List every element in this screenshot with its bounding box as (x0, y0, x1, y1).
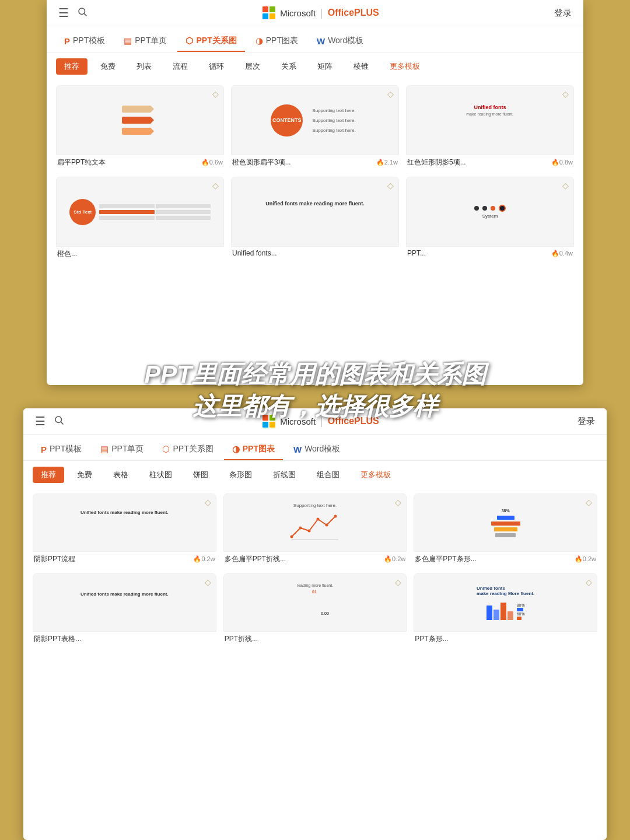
bottom-filter-bar-chart[interactable]: 柱状图 (141, 467, 180, 483)
template-card-3[interactable]: ◇ Unified fonts make reading more fluent… (406, 85, 574, 170)
navbar-logo: Microsoft | OfficePLUS (262, 6, 379, 19)
tab-ppt-template[interactable]: P PPT模板 (56, 31, 113, 52)
bottom-card-thumb-4: ◇ Unified fonts make reading more fluent… (33, 573, 216, 632)
template-card-5[interactable]: ◇ Unified fonts make reading more fluent… (231, 177, 399, 261)
template-card-1[interactable]: ◇ (56, 85, 224, 170)
bottom-card-title-3: 多色扁平PPT条形... (415, 554, 476, 564)
bottom-card-title-6: PPT条形... (415, 634, 448, 644)
filter-cycle[interactable]: 循环 (201, 58, 232, 75)
top-template-grid: ◇ (47, 80, 583, 268)
svg-point-6 (307, 530, 310, 533)
bottom-filter-recommend[interactable]: 推荐 (33, 467, 64, 483)
bottom-card-info-4: 阴影PPT表格... (33, 632, 216, 646)
filter-matrix[interactable]: 矩阵 (309, 58, 341, 75)
bottom-tab-ppt-template[interactable]: P PPT模板 (33, 439, 90, 460)
card-title-6: PPT... (407, 249, 426, 257)
flat-text-diagram (65, 86, 215, 155)
filter-free[interactable]: 免费 (92, 58, 124, 75)
bottom-card-info-5: PPT折线... (223, 632, 407, 646)
filter-list[interactable]: 列表 (128, 58, 160, 75)
bottom-tab-ppt-single[interactable]: ▤ PPT单页 (92, 439, 152, 460)
overlay-text: PPT里面经常用的图表和关系图 这里都有，选择很多样 (0, 359, 630, 422)
bottom-ppt-single-icon: ▤ (100, 444, 108, 454)
bottom-card-3[interactable]: ◇ 38% (414, 494, 597, 566)
svg-point-0 (79, 8, 85, 15)
bottom-card-1[interactable]: ◇ Unified fonts make reading more fluent… (33, 494, 216, 566)
card-title-2: 橙色圆形扁平3项... (232, 158, 291, 167)
top-screen: ☰ Microsoft | OfficePLUS 登录 P PPT模 (47, 0, 583, 385)
bottom-template-grid: ◇ Unified fonts make reading more fluent… (23, 489, 607, 653)
bottom-tab-ppt-relation-label: PPT关系图 (173, 444, 213, 454)
premium-icon-5: ◇ (387, 181, 394, 190)
right-items: Supporting text here. Supporting text he… (309, 107, 359, 134)
bottom-filter-more[interactable]: 更多模板 (352, 467, 399, 483)
top-navbar: ☰ Microsoft | OfficePLUS 登录 (47, 0, 583, 26)
circle-items-diagram: Std Text (65, 177, 215, 246)
menu-icon[interactable]: ☰ (58, 6, 69, 20)
tab-word-template[interactable]: W Word模板 (309, 31, 372, 52)
bottom-ppt-template-icon: P (41, 444, 47, 454)
bottom-card-4[interactable]: ◇ Unified fonts make reading more fluent… (33, 573, 216, 646)
tab-ppt-single-label: PPT单页 (135, 36, 167, 46)
bottom-ppt-chart-icon: ◑ (232, 444, 240, 454)
nav-separator: | (320, 7, 323, 19)
tab-ppt-chart[interactable]: ◑ PPT图表 (247, 31, 306, 52)
tab-ppt-relation[interactable]: ⬡ PPT关系图 (177, 31, 244, 52)
bottom-premium-icon-6: ◇ (586, 578, 592, 587)
right-item-2: Supporting text here. (309, 117, 359, 124)
tab-ppt-relation-label: PPT关系图 (196, 36, 236, 46)
bottom-card-title-5: PPT折线... (225, 634, 258, 644)
bottom-card-info-6: PPT条形... (414, 632, 597, 646)
microsoft-label: Microsoft (280, 8, 316, 18)
card-info-5: Unified fonts... (231, 247, 399, 260)
page-wrapper: ☰ Microsoft | OfficePLUS 登录 P PPT模 (0, 0, 630, 840)
line-chart-2-diagram: reading more fluent. 01 (233, 574, 397, 631)
bottom-tab-ppt-relation[interactable]: ⬡ PPT关系图 (154, 439, 221, 460)
bottom-screen: ☰ Microsoft | OfficePLUS 登录 P PPT模板 (23, 408, 607, 840)
svg-point-4 (290, 536, 293, 538)
orange-circle-diagram: CONTENTS Supporting text here. Supportin… (232, 86, 398, 155)
template-card-4[interactable]: ◇ Std Text (56, 177, 224, 261)
filter-flow[interactable]: 流程 (164, 58, 196, 75)
bottom-card-views-1: 🔥0.2w (193, 555, 215, 563)
bottom-card-title-1: 阴影PPT流程 (34, 554, 75, 564)
card-thumb-6: ◇ System (406, 177, 574, 247)
card-info-6: PPT... 🔥0.4w (406, 247, 574, 260)
word-template-icon: W (317, 36, 325, 46)
bottom-card-2[interactable]: ◇ Supporting text here. (223, 494, 407, 566)
bottom-tab-ppt-chart[interactable]: ◑ PPT图表 (224, 439, 283, 460)
premium-icon-3: ◇ (562, 89, 569, 99)
unified-fonts-diagram: Unified fonts make reading more fluent. (240, 177, 390, 246)
filter-hierarchy[interactable]: 层次 (237, 58, 268, 75)
bottom-tab-word-template[interactable]: W Word模板 (285, 439, 348, 460)
filter-relation[interactable]: 关系 (273, 58, 304, 75)
bottom-premium-icon-3: ◇ (586, 498, 592, 507)
premium-icon-6: ◇ (562, 181, 569, 190)
filter-recommend[interactable]: 推荐 (56, 58, 88, 75)
bottom-filter-table[interactable]: 表格 (105, 467, 136, 483)
tab-word-template-label: Word模板 (328, 36, 363, 46)
bottom-tab-word-template-label: Word模板 (304, 444, 340, 454)
bottom-filter-free[interactable]: 免费 (69, 467, 100, 483)
card-views-1: 🔥0.6w (201, 159, 223, 166)
filter-more[interactable]: 更多模板 (382, 58, 428, 75)
bottom-filter-combo[interactable]: 组合图 (309, 467, 348, 483)
filter-pyramid[interactable]: 棱锥 (345, 58, 377, 75)
search-icon[interactable] (77, 6, 88, 20)
card-views-2: 🔥2.1w (376, 159, 398, 166)
bottom-tab-nav: P PPT模板 ▤ PPT单页 ⬡ PPT关系图 ◑ PPT图表 W Word模… (23, 435, 607, 461)
ppt-single-icon: ▤ (124, 36, 132, 46)
template-card-6[interactable]: ◇ System (406, 177, 574, 261)
tab-ppt-template-label: PPT模板 (73, 36, 105, 46)
template-card-2[interactable]: ◇ CONTENTS Supporting text here. Support… (231, 85, 399, 170)
top-tab-nav: P PPT模板 ▤ PPT单页 ⬡ PPT关系图 ◑ PPT图表 W Word模… (47, 26, 583, 52)
bottom-card-5[interactable]: ◇ reading more fluent. 01 (223, 573, 407, 646)
bottom-filter-pie[interactable]: 饼图 (185, 467, 216, 483)
card-thumb-5: ◇ Unified fonts make reading more fluent… (231, 177, 399, 247)
bottom-card-title-2: 多色扁平PPT折线... (225, 554, 286, 564)
bottom-filter-line[interactable]: 折线图 (265, 467, 304, 483)
bottom-card-6[interactable]: ◇ Unified fontsmake reading More fluent.… (414, 573, 597, 646)
tab-ppt-single[interactable]: ▤ PPT单页 (116, 31, 175, 52)
login-button[interactable]: 登录 (554, 8, 572, 19)
bottom-filter-hbar[interactable]: 条形图 (221, 467, 260, 483)
